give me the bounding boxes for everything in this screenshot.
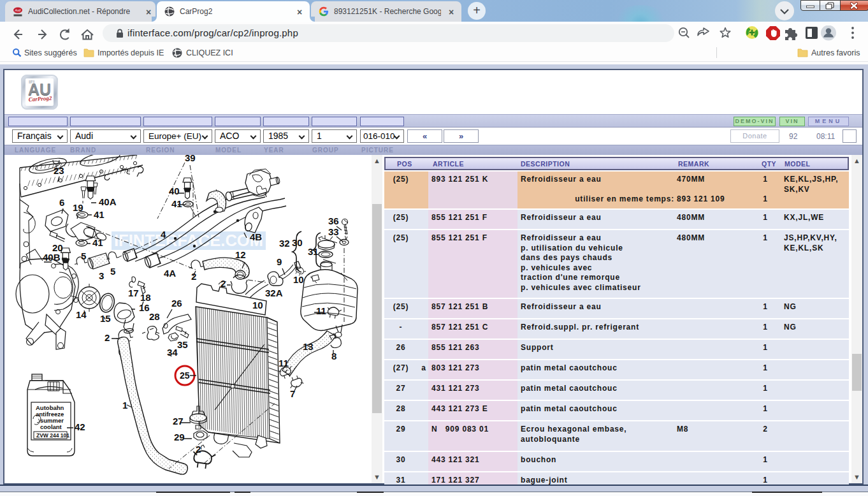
- svg-text:16: 16: [139, 302, 150, 313]
- svg-text:32: 32: [279, 238, 290, 249]
- svg-text:41: 41: [92, 237, 103, 248]
- svg-text:12: 12: [235, 249, 246, 260]
- svg-text:40B: 40B: [43, 252, 61, 263]
- svg-text:5: 5: [110, 266, 115, 277]
- svg-text:10: 10: [293, 274, 304, 285]
- svg-text:42: 42: [75, 421, 85, 432]
- svg-text:9: 9: [277, 256, 282, 267]
- svg-text:14: 14: [76, 309, 87, 320]
- svg-text:4B: 4B: [250, 231, 262, 242]
- svg-text:18: 18: [140, 292, 151, 303]
- svg-text:11: 11: [316, 305, 326, 316]
- svg-text:4A: 4A: [164, 268, 176, 279]
- svg-text:6: 6: [59, 197, 64, 208]
- svg-text:33: 33: [328, 226, 339, 237]
- svg-text:36: 36: [328, 215, 339, 226]
- svg-text:41: 41: [94, 209, 105, 220]
- svg-text:40A: 40A: [99, 196, 117, 207]
- svg-text:15: 15: [100, 313, 111, 324]
- svg-text:39: 39: [185, 155, 196, 163]
- svg-text:2: 2: [105, 332, 110, 343]
- svg-text:27: 27: [173, 416, 184, 427]
- svg-text:35: 35: [177, 339, 188, 350]
- svg-text:3: 3: [99, 270, 104, 281]
- svg-text:34: 34: [167, 347, 178, 358]
- svg-text:31: 31: [308, 246, 319, 257]
- svg-text:28: 28: [149, 311, 160, 322]
- svg-text:IFINTERFACE.COM: IFINTERFACE.COM: [114, 231, 263, 250]
- svg-text:ZVW 244 101: ZVW 244 101: [36, 432, 69, 439]
- svg-text:coolant: coolant: [40, 423, 62, 430]
- svg-text:23: 23: [54, 165, 64, 176]
- svg-text:11: 11: [278, 358, 289, 368]
- svg-text:4: 4: [161, 229, 166, 240]
- svg-text:Audi: Audi: [14, 9, 21, 12]
- svg-text:13: 13: [303, 341, 314, 352]
- svg-text:41: 41: [171, 198, 182, 209]
- svg-text:19: 19: [73, 202, 83, 213]
- svg-text:40: 40: [169, 186, 180, 196]
- svg-text:10: 10: [252, 300, 263, 310]
- svg-text:29: 29: [174, 432, 185, 442]
- svg-text:26: 26: [171, 298, 182, 309]
- svg-text:25: 25: [180, 370, 190, 381]
- svg-text:30: 30: [292, 237, 303, 248]
- svg-text:2: 2: [191, 271, 196, 282]
- svg-text:2: 2: [221, 278, 226, 289]
- svg-text:2: 2: [196, 444, 201, 455]
- svg-text:32A: 32A: [265, 288, 283, 298]
- svg-text:5: 5: [81, 251, 86, 261]
- svg-text:8: 8: [331, 351, 336, 361]
- svg-text:17: 17: [128, 288, 139, 298]
